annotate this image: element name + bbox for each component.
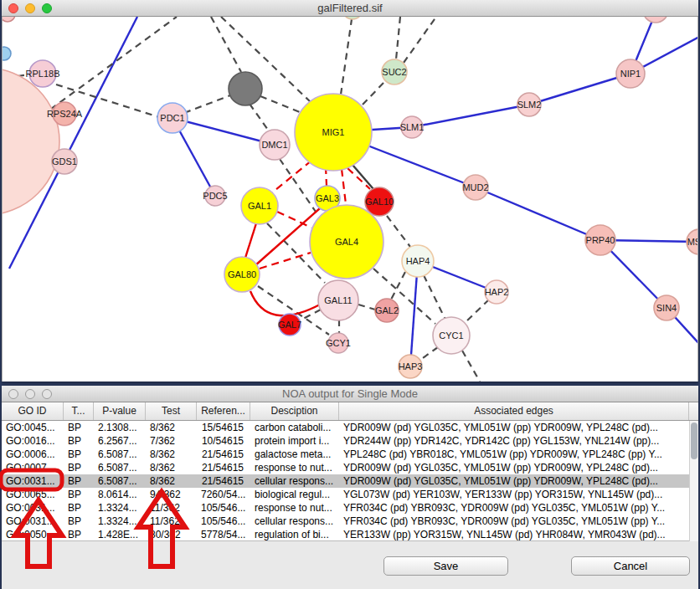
table-cell: 6.5087... — [94, 461, 146, 474]
graph-node-label: GAL4 — [335, 237, 358, 247]
table-cell: 7260/54... — [197, 488, 250, 501]
table-cell: cellular respons... — [250, 474, 339, 488]
column-header-pvalue[interactable]: P-value — [94, 402, 146, 420]
table-row[interactable]: GO:0007...BP6.5087...8/36221/54615respon… — [2, 461, 689, 474]
graph-node-clip-top-right[interactable] — [643, 17, 668, 23]
column-header-desciption[interactable]: Desciption — [250, 402, 339, 420]
graph-node-gray-node[interactable] — [229, 72, 262, 105]
table-cell: 6.5087... — [94, 448, 146, 461]
table-row[interactable]: GO:0065...BP8.0614...94/3627260/54...bio… — [2, 488, 689, 501]
table-cell: BP — [64, 501, 94, 515]
column-header-referen[interactable]: Referen... — [197, 402, 250, 420]
table-cell: 21/54615 — [197, 448, 250, 461]
table-cell: 105/546... — [197, 515, 250, 528]
graph-edge[interactable] — [341, 19, 352, 95]
graph-node-label: SLM2 — [517, 100, 542, 110]
column-header-test[interactable]: Test — [146, 402, 197, 420]
table-cell: 21/54615 — [197, 474, 250, 488]
graph-edge[interactable] — [250, 104, 270, 132]
table-cell: 80/362 — [146, 528, 197, 541]
graph-edge[interactable] — [358, 305, 375, 310]
graph-node-label: GAL2 — [375, 305, 399, 315]
graph-edge[interactable] — [280, 159, 316, 212]
column-header-associatededges[interactable]: Associated edges — [339, 402, 689, 420]
table-cell: GO:0065... — [2, 488, 64, 501]
graph-node-label: HAP2 — [485, 287, 509, 297]
graph-edge[interactable] — [353, 165, 373, 189]
table-row[interactable]: GO:0016...BP6.2567...7/36210/54615protei… — [2, 434, 689, 448]
graph-edge[interactable] — [41, 17, 177, 116]
graph-node-clip-left-blue[interactable] — [3, 47, 11, 60]
table-cell: BP — [64, 434, 94, 448]
graph-edge[interactable] — [172, 118, 275, 145]
table-cell: BP — [64, 515, 94, 528]
table-cell: response to nut... — [250, 461, 339, 474]
graph-edge[interactable] — [404, 17, 436, 63]
table-cell: YDR009W (pd) YGL035C, YML051W (pp) YDR00… — [339, 461, 689, 474]
graph-edge[interactable] — [245, 223, 256, 258]
graph-edge[interactable] — [529, 74, 631, 105]
graph-edge[interactable] — [211, 17, 241, 72]
table-row[interactable]: GO:0006...BP6.5087...8/36221/54615galact… — [2, 448, 689, 461]
column-header-goid[interactable]: GO ID — [2, 402, 64, 420]
graph-node-label: GAL11 — [324, 295, 352, 305]
graph-edge[interactable] — [387, 216, 410, 247]
minimize-button[interactable] — [25, 3, 35, 13]
network-window: galFiltered.sif RPL18BRPS24AGDS1PDC1DMC1… — [2, 0, 698, 382]
table-cell: 8/362 — [146, 448, 197, 461]
table-cell: 11/362 — [146, 501, 197, 515]
table-cell: BP — [64, 448, 94, 461]
zoom-button[interactable] — [42, 3, 52, 13]
graph-node-label: GAL7 — [278, 320, 301, 330]
zoom-button[interactable] — [42, 389, 52, 399]
graph-edge[interactable] — [363, 81, 385, 105]
table-row[interactable]: GO:0031...BP1.3324...11/362105/546...res… — [2, 501, 689, 515]
close-button[interactable] — [8, 389, 18, 399]
network-canvas[interactable]: RPL18BRPS24AGDS1PDC1DMC1MIG1SUC2SLM1SLM2… — [2, 17, 698, 382]
graph-edge[interactable] — [396, 17, 400, 59]
table-cell: GO:0045... — [2, 421, 64, 434]
graph-edge[interactable] — [260, 96, 300, 112]
graph-node-label: GAL1 — [248, 201, 271, 211]
graph-edge[interactable] — [462, 351, 480, 382]
graph-edge[interactable] — [424, 275, 445, 320]
graph-node-big-left[interactable] — [3, 68, 59, 215]
table-cell: 1.428E... — [94, 528, 146, 541]
table-row[interactable]: GO:0031...BP6.5087...8/36221/54615cellul… — [2, 474, 689, 488]
close-button[interactable] — [8, 3, 18, 13]
table-row[interactable]: GO:0045...BP2.1308...8/36215/54615carbon… — [2, 421, 689, 434]
table-cell: 1.3324... — [94, 515, 146, 528]
graph-edge[interactable] — [466, 300, 489, 321]
graph-node-label: CYC1 — [439, 330, 463, 341]
graph-edge[interactable] — [184, 95, 230, 113]
graph-node-clip-top-green[interactable] — [342, 17, 363, 19]
minimize-button[interactable] — [25, 389, 35, 399]
save-button[interactable]: Save — [383, 556, 508, 576]
graph-edge[interactable] — [476, 187, 600, 240]
graph-node-label: MSL1 — [687, 237, 698, 247]
graph-node-label: GAL10 — [365, 197, 394, 207]
graph-node-label: HAP3 — [399, 361, 423, 371]
table-cell: GO:0006... — [2, 448, 64, 461]
network-window-titlebar[interactable]: galFiltered.sif — [2, 0, 698, 17]
table-cell: 6.2567... — [94, 434, 146, 448]
table-row[interactable]: GO:0031...BP1.3324...11/362105/546...cel… — [2, 515, 689, 528]
graph-node-label: SUC2 — [382, 67, 406, 77]
column-header-t[interactable]: T... — [64, 402, 94, 420]
graph-node-label: SIN4 — [656, 303, 677, 313]
table-cell: cellular respons... — [250, 515, 339, 528]
cancel-button[interactable]: Cancel — [571, 556, 690, 576]
graph-edge[interactable] — [271, 161, 311, 193]
graph-edge[interactable] — [342, 169, 346, 204]
graph-node-clip-top-left[interactable] — [3, 17, 15, 22]
noa-window-titlebar[interactable]: NOA output for Single Mode — [2, 386, 698, 402]
vertical-scrollbar[interactable] — [689, 421, 698, 541]
table-cell: GO:0031... — [2, 501, 64, 515]
graph-edge[interactable] — [420, 347, 438, 360]
table-cell: YDR009W (pd) YGL035C, YML051W (pp) YDR00… — [339, 421, 689, 434]
scrollbar-thumb[interactable] — [691, 423, 697, 459]
graph-node-label: RPL18B — [26, 69, 60, 79]
table-row[interactable]: GO:0050...BP1.428E...80/3625778/54...reg… — [2, 528, 689, 541]
graph-edge[interactable] — [250, 291, 320, 315]
graph-edge[interactable] — [412, 105, 529, 127]
